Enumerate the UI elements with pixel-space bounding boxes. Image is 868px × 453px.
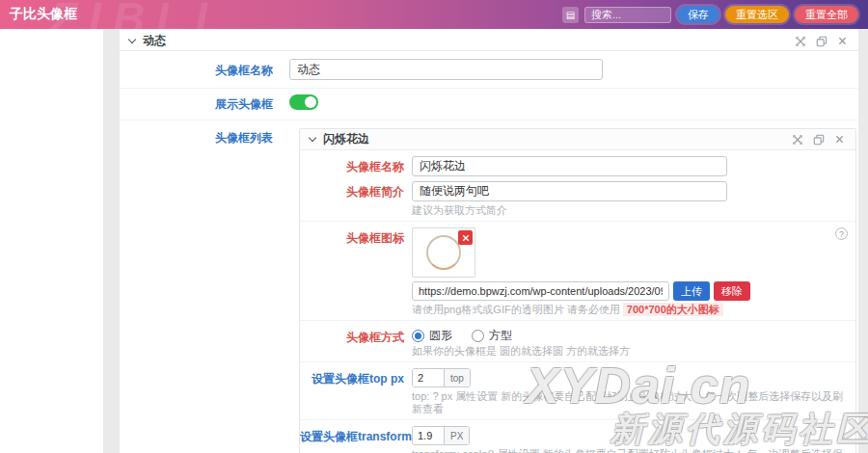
upload-button[interactable]: 上传	[673, 281, 710, 301]
transform-input-group: PX	[412, 426, 470, 445]
item-desc-label: 头像框简介	[300, 176, 412, 221]
icon-preview	[412, 227, 475, 278]
save-button[interactable]: 保存	[677, 6, 719, 23]
remove-image-icon[interactable]	[458, 230, 473, 245]
frame-item-title: 闪烁花边	[323, 131, 369, 147]
frame-name-input[interactable]	[289, 59, 603, 80]
page-background-strip-left	[103, 29, 120, 453]
top-input-group: top	[412, 368, 471, 387]
app-header: ZIBLL 子比头像框 ▤ 保存 重置选区 重置全部	[0, 0, 868, 29]
icon-preview-image	[426, 235, 461, 270]
frame-item-panel-header[interactable]: 闪烁花边	[300, 129, 855, 150]
toggle-knob	[305, 96, 316, 108]
shape-hint: 如果你的头像框是 圆的就选择圆 方的就选择方	[412, 345, 846, 358]
shape-label: 头像框方式	[300, 321, 412, 361]
top-unit-addon: top	[444, 369, 470, 386]
page-body: 动态 头像框名称	[0, 29, 868, 453]
chevron-down-icon	[309, 134, 316, 142]
field-row-show-frame: 展示头像框	[120, 89, 858, 120]
close-icon[interactable]	[836, 35, 849, 47]
settings-panel: 动态 头像框名称	[120, 29, 858, 453]
remove-button[interactable]: 移除	[714, 281, 750, 301]
reset-section-button[interactable]: 重置选区	[725, 6, 789, 23]
move-icon[interactable]	[791, 133, 803, 146]
radio-square[interactable]: 方型	[472, 328, 512, 344]
radio-circle[interactable]: 圆形	[412, 328, 452, 344]
item-name-label: 头像框名称	[300, 150, 412, 176]
transform-hint: transform: scale() 属性设置 新的头像框要自己配置好防止头像框…	[412, 448, 846, 453]
radio-square-label: 方型	[489, 328, 512, 344]
show-frame-label: 展示头像框	[120, 89, 285, 120]
icon-hint-highlight: 700*700的大小图标	[623, 303, 723, 316]
field-row-frame-list: 头像框列表 闪烁花边	[120, 120, 858, 453]
move-icon[interactable]	[794, 35, 806, 47]
frame-item-actions	[791, 133, 846, 146]
panel-header-dongtai[interactable]: 动态	[120, 32, 858, 51]
item-desc-input[interactable]	[412, 181, 727, 201]
frame-item-panel: 闪烁花边	[299, 128, 856, 453]
field-row-frame-name: 头像框名称	[120, 51, 858, 89]
desc-hint: 建议为获取方式简介	[412, 204, 846, 217]
chevron-down-icon	[128, 36, 136, 43]
left-gutter	[0, 29, 103, 453]
icon-hint: 请使用png格式或GIF的透明图片 请务必使用 700*700的大小图标	[412, 304, 846, 316]
header-toolbar: ▤ 保存 重置选区 重置全部	[562, 6, 858, 23]
panel-header-actions	[794, 35, 849, 47]
transform-label: 设置头像框transform px	[300, 420, 412, 453]
item-row-name-desc: 头像框名称 头像框简介 建议为获取方式简介	[300, 150, 855, 222]
item-row-transform: 设置头像框transform px PX transform: scale() …	[300, 420, 855, 453]
radio-circle-label: 圆形	[429, 328, 452, 344]
item-row-icon: 头像框图标 上传	[300, 222, 855, 321]
show-frame-toggle[interactable]	[289, 94, 318, 110]
item-name-input[interactable]	[412, 156, 727, 176]
top-label: 设置头像框top px	[300, 362, 412, 419]
frame-name-label: 头像框名称	[120, 51, 285, 88]
item-row-shape: 头像框方式 圆形 方型	[300, 321, 855, 362]
search-input[interactable]	[584, 7, 671, 23]
top-hint: top: ? px 属性设置 新的头像框要自己配置好防止头像框过大！ 每一次调整…	[412, 390, 846, 415]
icon-url-input[interactable]	[412, 281, 669, 301]
clone-icon[interactable]	[815, 35, 827, 47]
item-row-top: 设置头像框top px top top: ? px 属性设置 新的头像框要自己配…	[300, 362, 855, 420]
transform-input[interactable]	[413, 427, 444, 444]
shape-radio-group: 圆形 方型	[412, 327, 846, 342]
radio-square-dot	[472, 330, 484, 342]
reset-all-button[interactable]: 重置全部	[795, 6, 858, 23]
close-icon[interactable]	[833, 133, 846, 146]
clone-icon[interactable]	[812, 133, 825, 146]
menu-icon[interactable]: ▤	[562, 7, 579, 23]
brand-watermark: ZIBLL	[50, 0, 233, 29]
frame-list-label: 头像框列表	[120, 120, 285, 453]
item-icon-label: 头像框图标	[300, 222, 412, 320]
page-background-strip-right	[858, 29, 868, 453]
transform-unit-addon: PX	[444, 427, 469, 444]
page-title: 子比头像框	[10, 6, 77, 23]
top-input[interactable]	[413, 369, 444, 386]
icon-hint-text: 请使用png格式或GIF的透明图片 请务必使用	[412, 304, 620, 315]
screen: ZIBLL 子比头像框 ▤ 保存 重置选区 重置全部 动态	[0, 0, 868, 453]
panel-title: 动态	[143, 33, 166, 49]
radio-circle-dot	[412, 330, 424, 342]
help-icon[interactable]: ?	[835, 227, 848, 240]
